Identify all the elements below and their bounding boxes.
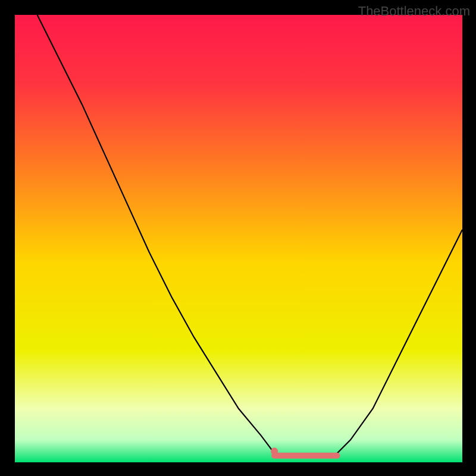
left-curve <box>37 15 275 453</box>
attribution-text: TheBottleneck.com <box>358 4 470 19</box>
right-curve <box>337 230 462 453</box>
optimum-dot <box>271 447 278 455</box>
chart-curves <box>15 15 462 462</box>
plot-area <box>15 15 462 462</box>
